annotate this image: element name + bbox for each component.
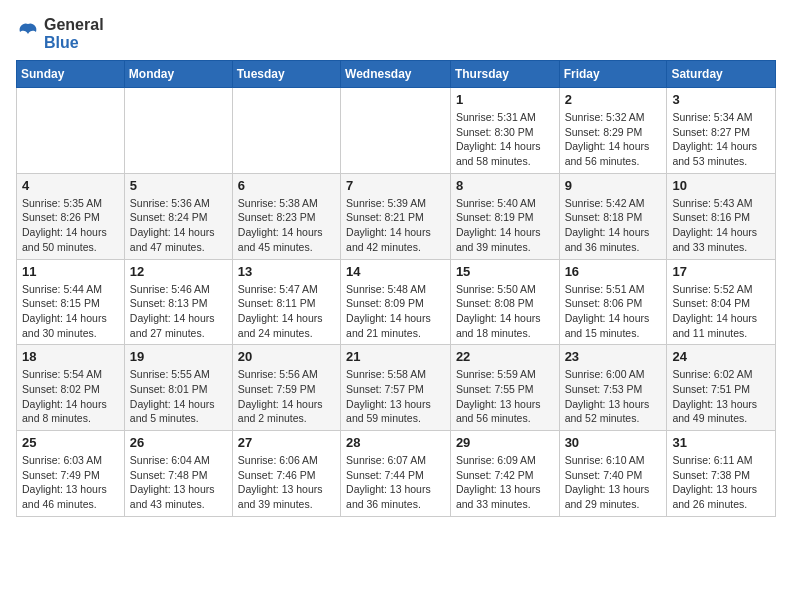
calendar-cell: 24Sunrise: 6:02 AM Sunset: 7:51 PM Dayli… <box>667 345 776 431</box>
calendar-cell: 31Sunrise: 6:11 AM Sunset: 7:38 PM Dayli… <box>667 431 776 517</box>
calendar-table: SundayMondayTuesdayWednesdayThursdayFrid… <box>16 60 776 517</box>
day-number: 8 <box>456 178 554 193</box>
day-detail: Sunrise: 5:55 AM Sunset: 8:01 PM Dayligh… <box>130 367 227 426</box>
day-detail: Sunrise: 6:09 AM Sunset: 7:42 PM Dayligh… <box>456 453 554 512</box>
day-detail: Sunrise: 5:59 AM Sunset: 7:55 PM Dayligh… <box>456 367 554 426</box>
calendar-cell: 4Sunrise: 5:35 AM Sunset: 8:26 PM Daylig… <box>17 173 125 259</box>
day-number: 30 <box>565 435 662 450</box>
day-number: 16 <box>565 264 662 279</box>
logo: General Blue <box>16 16 104 52</box>
page-header: General Blue <box>16 16 776 52</box>
day-detail: Sunrise: 6:03 AM Sunset: 7:49 PM Dayligh… <box>22 453 119 512</box>
calendar-header-tuesday: Tuesday <box>232 61 340 88</box>
day-detail: Sunrise: 5:43 AM Sunset: 8:16 PM Dayligh… <box>672 196 770 255</box>
day-detail: Sunrise: 5:51 AM Sunset: 8:06 PM Dayligh… <box>565 282 662 341</box>
day-detail: Sunrise: 6:06 AM Sunset: 7:46 PM Dayligh… <box>238 453 335 512</box>
calendar-cell <box>124 88 232 174</box>
day-number: 28 <box>346 435 445 450</box>
day-number: 2 <box>565 92 662 107</box>
calendar-cell: 23Sunrise: 6:00 AM Sunset: 7:53 PM Dayli… <box>559 345 667 431</box>
day-detail: Sunrise: 6:00 AM Sunset: 7:53 PM Dayligh… <box>565 367 662 426</box>
day-detail: Sunrise: 5:38 AM Sunset: 8:23 PM Dayligh… <box>238 196 335 255</box>
day-number: 27 <box>238 435 335 450</box>
calendar-cell: 10Sunrise: 5:43 AM Sunset: 8:16 PM Dayli… <box>667 173 776 259</box>
day-detail: Sunrise: 5:46 AM Sunset: 8:13 PM Dayligh… <box>130 282 227 341</box>
calendar-cell: 15Sunrise: 5:50 AM Sunset: 8:08 PM Dayli… <box>450 259 559 345</box>
day-detail: Sunrise: 5:56 AM Sunset: 7:59 PM Dayligh… <box>238 367 335 426</box>
day-detail: Sunrise: 5:32 AM Sunset: 8:29 PM Dayligh… <box>565 110 662 169</box>
calendar-week-2: 4Sunrise: 5:35 AM Sunset: 8:26 PM Daylig… <box>17 173 776 259</box>
calendar-cell: 7Sunrise: 5:39 AM Sunset: 8:21 PM Daylig… <box>341 173 451 259</box>
calendar-cell: 18Sunrise: 5:54 AM Sunset: 8:02 PM Dayli… <box>17 345 125 431</box>
calendar-header-row: SundayMondayTuesdayWednesdayThursdayFrid… <box>17 61 776 88</box>
day-number: 13 <box>238 264 335 279</box>
calendar-cell: 11Sunrise: 5:44 AM Sunset: 8:15 PM Dayli… <box>17 259 125 345</box>
day-detail: Sunrise: 6:04 AM Sunset: 7:48 PM Dayligh… <box>130 453 227 512</box>
day-detail: Sunrise: 5:54 AM Sunset: 8:02 PM Dayligh… <box>22 367 119 426</box>
day-number: 18 <box>22 349 119 364</box>
calendar-cell: 20Sunrise: 5:56 AM Sunset: 7:59 PM Dayli… <box>232 345 340 431</box>
calendar-week-1: 1Sunrise: 5:31 AM Sunset: 8:30 PM Daylig… <box>17 88 776 174</box>
day-detail: Sunrise: 5:40 AM Sunset: 8:19 PM Dayligh… <box>456 196 554 255</box>
calendar-header-wednesday: Wednesday <box>341 61 451 88</box>
day-detail: Sunrise: 5:36 AM Sunset: 8:24 PM Dayligh… <box>130 196 227 255</box>
calendar-cell: 13Sunrise: 5:47 AM Sunset: 8:11 PM Dayli… <box>232 259 340 345</box>
calendar-cell: 19Sunrise: 5:55 AM Sunset: 8:01 PM Dayli… <box>124 345 232 431</box>
day-number: 31 <box>672 435 770 450</box>
day-number: 29 <box>456 435 554 450</box>
day-number: 19 <box>130 349 227 364</box>
day-detail: Sunrise: 6:02 AM Sunset: 7:51 PM Dayligh… <box>672 367 770 426</box>
calendar-cell: 6Sunrise: 5:38 AM Sunset: 8:23 PM Daylig… <box>232 173 340 259</box>
day-number: 11 <box>22 264 119 279</box>
day-detail: Sunrise: 5:35 AM Sunset: 8:26 PM Dayligh… <box>22 196 119 255</box>
calendar-cell: 17Sunrise: 5:52 AM Sunset: 8:04 PM Dayli… <box>667 259 776 345</box>
day-number: 3 <box>672 92 770 107</box>
calendar-header-thursday: Thursday <box>450 61 559 88</box>
calendar-week-5: 25Sunrise: 6:03 AM Sunset: 7:49 PM Dayli… <box>17 431 776 517</box>
calendar-cell <box>341 88 451 174</box>
day-number: 20 <box>238 349 335 364</box>
day-detail: Sunrise: 6:10 AM Sunset: 7:40 PM Dayligh… <box>565 453 662 512</box>
calendar-cell <box>232 88 340 174</box>
calendar-week-4: 18Sunrise: 5:54 AM Sunset: 8:02 PM Dayli… <box>17 345 776 431</box>
calendar-header-friday: Friday <box>559 61 667 88</box>
calendar-cell: 26Sunrise: 6:04 AM Sunset: 7:48 PM Dayli… <box>124 431 232 517</box>
logo-general-text: General <box>44 16 104 33</box>
calendar-cell: 12Sunrise: 5:46 AM Sunset: 8:13 PM Dayli… <box>124 259 232 345</box>
calendar-header-monday: Monday <box>124 61 232 88</box>
calendar-week-3: 11Sunrise: 5:44 AM Sunset: 8:15 PM Dayli… <box>17 259 776 345</box>
logo-blue-text: Blue <box>44 34 79 51</box>
day-number: 12 <box>130 264 227 279</box>
day-detail: Sunrise: 5:44 AM Sunset: 8:15 PM Dayligh… <box>22 282 119 341</box>
calendar-cell: 8Sunrise: 5:40 AM Sunset: 8:19 PM Daylig… <box>450 173 559 259</box>
calendar-cell <box>17 88 125 174</box>
day-number: 1 <box>456 92 554 107</box>
day-number: 5 <box>130 178 227 193</box>
day-detail: Sunrise: 5:39 AM Sunset: 8:21 PM Dayligh… <box>346 196 445 255</box>
day-detail: Sunrise: 6:11 AM Sunset: 7:38 PM Dayligh… <box>672 453 770 512</box>
day-detail: Sunrise: 5:52 AM Sunset: 8:04 PM Dayligh… <box>672 282 770 341</box>
calendar-cell: 27Sunrise: 6:06 AM Sunset: 7:46 PM Dayli… <box>232 431 340 517</box>
calendar-cell: 29Sunrise: 6:09 AM Sunset: 7:42 PM Dayli… <box>450 431 559 517</box>
day-number: 9 <box>565 178 662 193</box>
day-detail: Sunrise: 5:34 AM Sunset: 8:27 PM Dayligh… <box>672 110 770 169</box>
day-number: 26 <box>130 435 227 450</box>
day-number: 7 <box>346 178 445 193</box>
calendar-header-sunday: Sunday <box>17 61 125 88</box>
day-number: 6 <box>238 178 335 193</box>
calendar-cell: 1Sunrise: 5:31 AM Sunset: 8:30 PM Daylig… <box>450 88 559 174</box>
calendar-cell: 5Sunrise: 5:36 AM Sunset: 8:24 PM Daylig… <box>124 173 232 259</box>
day-number: 15 <box>456 264 554 279</box>
day-detail: Sunrise: 5:48 AM Sunset: 8:09 PM Dayligh… <box>346 282 445 341</box>
calendar-cell: 14Sunrise: 5:48 AM Sunset: 8:09 PM Dayli… <box>341 259 451 345</box>
calendar-cell: 28Sunrise: 6:07 AM Sunset: 7:44 PM Dayli… <box>341 431 451 517</box>
calendar-cell: 9Sunrise: 5:42 AM Sunset: 8:18 PM Daylig… <box>559 173 667 259</box>
calendar-cell: 2Sunrise: 5:32 AM Sunset: 8:29 PM Daylig… <box>559 88 667 174</box>
calendar-cell: 22Sunrise: 5:59 AM Sunset: 7:55 PM Dayli… <box>450 345 559 431</box>
day-number: 24 <box>672 349 770 364</box>
day-number: 21 <box>346 349 445 364</box>
calendar-cell: 16Sunrise: 5:51 AM Sunset: 8:06 PM Dayli… <box>559 259 667 345</box>
day-detail: Sunrise: 5:42 AM Sunset: 8:18 PM Dayligh… <box>565 196 662 255</box>
calendar-cell: 21Sunrise: 5:58 AM Sunset: 7:57 PM Dayli… <box>341 345 451 431</box>
day-number: 4 <box>22 178 119 193</box>
